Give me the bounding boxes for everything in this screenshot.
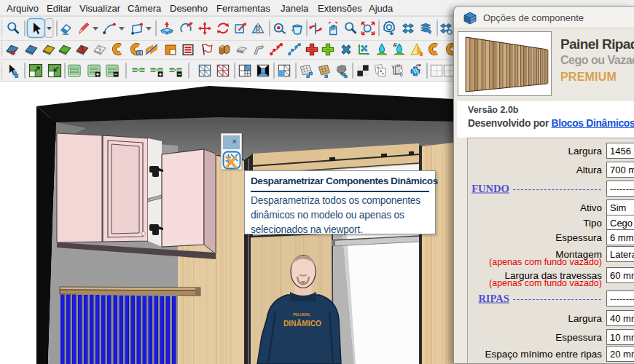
svg-text:#: # bbox=[11, 48, 15, 57]
svg-text:U: U bbox=[400, 74, 403, 78]
svg-text:DINÂMICO: DINÂMICO bbox=[283, 319, 321, 328]
svg-text:#: # bbox=[394, 41, 398, 49]
svg-text:V: V bbox=[392, 65, 395, 69]
svg-text:2: 2 bbox=[420, 52, 423, 57]
svg-text:PELUSON,: PELUSON, bbox=[293, 313, 310, 317]
